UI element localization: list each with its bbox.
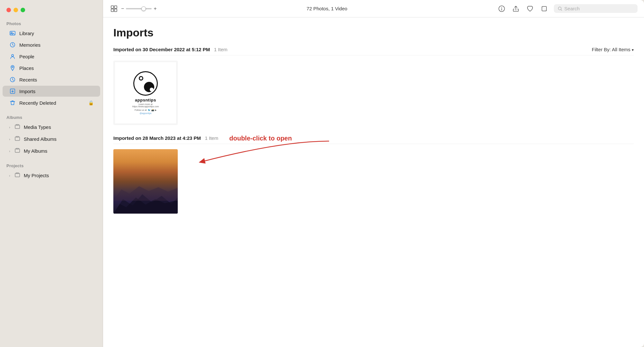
svg-marker-24 [113,186,178,201]
page-title: Imports [113,26,634,39]
svg-rect-10 [15,149,20,152]
places-label: Places [19,65,34,71]
my-projects-label: My Projects [24,173,49,178]
places-icon [9,64,16,72]
zoom-slider[interactable]: − + [121,6,157,12]
people-label: People [19,54,34,59]
svg-point-3 [12,66,13,68]
albums-section-label: Albums [0,112,103,121]
minimize-button[interactable] [14,8,18,12]
my-projects-chevron: › [9,174,10,178]
recents-label: Recents [19,77,37,82]
sidebar-item-people[interactable]: People [3,51,100,62]
photo-count: 72 Photos, 1 Video [161,6,493,11]
traffic-lights [0,5,103,19]
imports-label: Imports [19,89,35,94]
view-toggle-icon[interactable] [109,4,118,13]
imports-icon [9,88,16,95]
memories-label: Memories [19,42,41,48]
rotate-button[interactable] [540,4,549,13]
lock-icon: 🔒 [88,100,94,105]
maximize-button[interactable] [21,8,25,12]
recents-icon [9,76,16,83]
photo-grid-1: appsntips Learn more at https://www.apps… [113,61,634,125]
close-button[interactable] [6,8,11,12]
svg-rect-14 [111,6,114,8]
import-date-text-1: Imported on 30 December 2022 at 5:12 PM [113,47,210,52]
sidebar-item-imports[interactable]: Imports [3,86,100,97]
sidebar-item-memories[interactable]: Memories [3,39,100,50]
media-types-icon [14,123,21,131]
import-count-1: 1 Item [214,47,228,52]
toolbar-right [497,4,638,13]
heart-button[interactable] [526,4,535,13]
memories-icon [9,41,16,48]
zoom-in-button[interactable]: + [154,6,156,12]
my-albums-chevron: › [9,149,10,153]
sidebar: Photos Library Memories People [0,0,103,347]
my-albums-icon [14,147,21,155]
recently-deleted-label: Recently Deleted [19,100,56,106]
import-header-1: Imported on 30 December 2022 at 5:12 PM … [113,47,634,55]
sidebar-item-my-albums[interactable]: › My Albums [3,145,100,157]
sidebar-item-recents[interactable]: Recents [3,74,100,85]
import-group-2: Imported on 28 March 2023 at 4:23 PM 1 I… [113,135,634,214]
sidebar-item-places[interactable]: Places [3,63,100,73]
svg-point-19 [501,7,502,8]
sidebar-item-shared-albums[interactable]: › Shared Albums [3,133,100,145]
my-albums-label: My Albums [24,148,47,154]
filter-chevron-down-icon: ▾ [632,48,634,52]
zoom-out-button[interactable]: − [121,6,124,12]
import-date-2: Imported on 28 March 2023 at 4:23 PM 1 I… [113,135,218,141]
import-count-2: 1 Item [205,135,218,141]
shared-albums-icon [14,135,21,143]
shared-albums-chevron: › [9,137,10,141]
import-header-2: Imported on 28 March 2023 at 4:23 PM 1 I… [113,135,634,144]
content-area: Imports Imported on 30 December 2022 at … [103,17,644,347]
recently-deleted-icon [9,99,16,106]
toolbar: − + 72 Photos, 1 Video [103,0,644,17]
media-types-label: Media Types [24,124,51,130]
svg-rect-17 [114,9,117,12]
shared-albums-label: Shared Albums [24,136,57,142]
my-projects-icon [14,172,21,179]
people-icon [9,53,16,60]
photo-thumb-mountain[interactable] [113,149,178,214]
svg-rect-16 [111,9,114,12]
info-button[interactable] [497,4,506,13]
slider-track[interactable] [126,8,152,9]
sidebar-item-library[interactable]: Library [3,28,100,39]
sidebar-item-media-types[interactable]: › Media Types [3,121,100,133]
photos-section-label: Photos [0,19,103,27]
import-date-text-2: Imported on 28 March 2023 at 4:23 PM [113,135,201,141]
filter-label: Filter By: All Items [592,47,630,52]
svg-rect-8 [15,137,20,140]
media-types-chevron: › [9,125,10,129]
import-group-1: Imported on 30 December 2022 at 5:12 PM … [113,47,634,125]
svg-point-2 [12,54,14,56]
photo-thumb-appsntips[interactable]: appsntips Learn more at https://www.apps… [113,61,178,125]
photo-grid-2: double-click to open [113,149,634,214]
library-icon [9,30,16,37]
slider-thumb[interactable] [141,6,146,11]
toolbar-left: − + [109,4,157,13]
sidebar-item-recently-deleted[interactable]: Recently Deleted 🔒 [3,97,100,108]
search-bar[interactable] [554,4,638,13]
search-input[interactable] [564,6,634,11]
svg-rect-12 [15,173,20,177]
library-label: Library [19,31,34,36]
sidebar-item-my-projects[interactable]: › My Projects [3,170,100,181]
import-date-1: Imported on 30 December 2022 at 5:12 PM … [113,47,227,53]
svg-rect-6 [15,125,20,129]
share-button[interactable] [511,4,520,13]
filter-by-dropdown[interactable]: Filter By: All Items ▾ [592,47,634,52]
main-content: − + 72 Photos, 1 Video [103,0,644,347]
projects-section-label: Projects [0,161,103,169]
search-icon [558,6,563,11]
svg-rect-15 [114,6,117,8]
